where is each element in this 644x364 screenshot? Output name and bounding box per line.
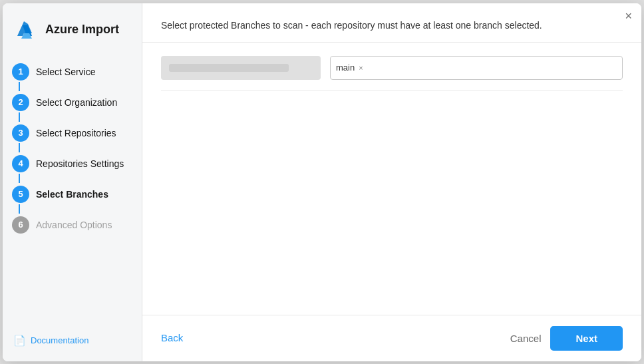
step-1[interactable]: 1 Select Service [3, 57, 142, 87]
step-label-2: Select Organization [36, 97, 117, 108]
sidebar-logo: Azure Import [3, 18, 142, 57]
sidebar-title: Azure Import [45, 23, 119, 37]
azure-logo-icon [15, 18, 39, 42]
main-content: Select protected Branches to scan - each… [142, 3, 641, 361]
step-number-4: 4 [12, 155, 29, 172]
step-label-6: Advanced Options [36, 220, 112, 230]
documentation-link[interactable]: 📄 Documentation [3, 327, 142, 351]
footer-right: Cancel Next [510, 326, 623, 351]
step-label-1: Select Service [36, 67, 95, 77]
doc-label: Documentation [31, 335, 88, 345]
step-number-3: 3 [12, 124, 29, 142]
sidebar-steps: 1 Select Service 2 Select Organization 3… [3, 57, 142, 327]
step-label-3: Select Repositories [36, 128, 116, 138]
repo-name-pill [161, 56, 321, 80]
step-number-5: 5 [12, 186, 29, 203]
step-4[interactable]: 4 Repositories Settings [3, 148, 142, 179]
step-2[interactable]: 2 Select Organization [3, 87, 142, 118]
branch-tag-label: main [336, 63, 355, 73]
doc-icon: 📄 [13, 335, 26, 347]
step-label-4: Repositories Settings [36, 158, 124, 169]
close-button[interactable]: × [625, 10, 632, 22]
repo-name-bar [169, 64, 289, 72]
branch-tags-input[interactable]: main × [330, 56, 623, 80]
remove-branch-tag-button[interactable]: × [359, 64, 363, 72]
cancel-button[interactable]: Cancel [510, 333, 542, 344]
main-header: Select protected Branches to scan - each… [142, 3, 641, 43]
main-body: main × [142, 43, 641, 315]
step-number-1: 1 [12, 63, 29, 81]
step-number-2: 2 [12, 94, 29, 111]
modal: × Azure Import 1 Select Service 2 Select… [3, 3, 641, 361]
step-5[interactable]: 5 Select Branches [3, 179, 142, 210]
header-description: Select protected Branches to scan - each… [161, 20, 542, 31]
step-number-6: 6 [12, 216, 29, 234]
main-footer: Back Cancel Next [142, 315, 641, 361]
step-3[interactable]: 3 Select Repositories [3, 118, 142, 148]
next-button[interactable]: Next [550, 326, 623, 351]
branch-row: main × [161, 56, 623, 80]
step-label-5: Select Branches [36, 189, 108, 200]
divider [161, 91, 623, 91]
sidebar: Azure Import 1 Select Service 2 Select O… [3, 3, 142, 361]
back-button[interactable]: Back [161, 332, 183, 343]
branch-tag-main: main × [336, 63, 363, 73]
step-6[interactable]: 6 Advanced Options [3, 210, 142, 240]
footer-left: Back [161, 332, 183, 344]
